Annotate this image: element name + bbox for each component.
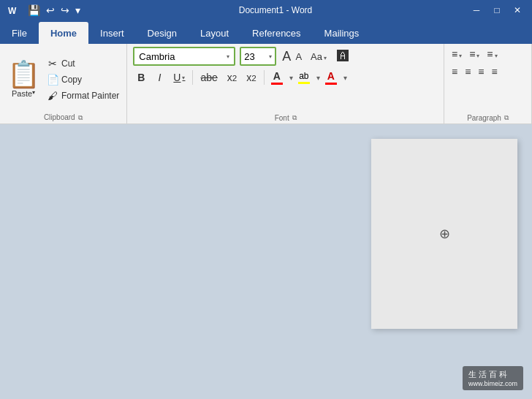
font-size-dropdown[interactable]: 23 ▾ <box>240 47 276 66</box>
underline-arrow-icon: ▾ <box>182 75 185 81</box>
cut-icon: ✂ <box>47 58 58 69</box>
font-a-icon: A <box>327 70 335 82</box>
font-divider-2 <box>264 70 265 85</box>
window-title: Document1 - Word <box>83 5 468 15</box>
font-size-value: 23 <box>244 51 254 62</box>
minimize-btn[interactable]: ─ <box>468 4 485 17</box>
superscript-icon: 2 <box>251 73 256 83</box>
font-group-label: Font ⧉ <box>127 114 444 122</box>
copy-label: Copy <box>61 75 82 85</box>
font-row2: B I U ▾ abe x2 x2 A ▾ ab ▾ <box>133 69 438 86</box>
format-painter-icon: 🖌 <box>47 90 58 102</box>
font-color-button[interactable]: A <box>268 69 286 86</box>
highlight-arrow-icon[interactable]: ▾ <box>316 74 320 82</box>
font-a-color-bar <box>325 83 337 85</box>
font-color-icon: A <box>273 70 281 82</box>
strikethrough-button[interactable]: abe <box>197 69 221 86</box>
paragraph-expand-btn[interactable]: ⧉ <box>504 114 509 122</box>
case-arrow-icon: ▾ <box>324 55 327 61</box>
font-color-bar <box>271 83 283 85</box>
paste-label: Paste <box>12 89 32 98</box>
svg-text:W: W <box>8 6 17 16</box>
paragraph-group: ≡▾ ≡▾ ≡▾ ≡ ≡ ≡ ≡ Paragraph ⧉ <box>444 44 532 123</box>
bullets-arrow: ▾ <box>459 53 462 59</box>
font-name-arrow-icon: ▾ <box>227 53 229 60</box>
document-area: ⊕ 生 活 百 科 www.bimeiz.com <box>0 124 532 381</box>
ribbon: 📋 Paste ▾ ✂ Cut 📄 Copy 🖌 Format Painter <box>0 44 532 124</box>
subscript-button[interactable]: x2 <box>224 69 240 86</box>
clear-formatting-btn[interactable]: 🅰 <box>334 48 352 64</box>
font-size-arrow-icon: ▾ <box>269 53 272 60</box>
format-painter-button[interactable]: 🖌 Format Painter <box>44 88 122 103</box>
tab-file[interactable]: File <box>0 22 39 44</box>
align-right-btn[interactable]: ≡ <box>475 64 487 79</box>
paste-arrow-icon: ▾ <box>32 89 35 96</box>
underline-button[interactable]: U ▾ <box>170 69 189 86</box>
clipboard-small-buttons: ✂ Cut 📄 Copy 🖌 Format Painter <box>44 56 122 103</box>
superscript-button[interactable]: x2 <box>243 69 259 86</box>
font-expand-btn[interactable]: ⧉ <box>292 114 297 122</box>
tab-layout[interactable]: Layout <box>189 22 240 44</box>
subscript-icon: 2 <box>232 73 237 83</box>
para-row2: ≡ ≡ ≡ ≡ <box>449 64 527 79</box>
align-center-btn[interactable]: ≡ <box>462 64 474 79</box>
highlight-icon: ab <box>299 71 308 81</box>
tab-design[interactable]: Design <box>136 22 189 44</box>
document-page: ⊕ <box>371 139 517 329</box>
font-size-controls: A A <box>281 48 303 66</box>
paste-button[interactable]: 📋 Paste ▾ <box>4 53 42 106</box>
bold-button[interactable]: B <box>133 69 149 86</box>
quick-customize-btn[interactable]: ▾ <box>72 3 83 18</box>
italic-button[interactable]: I <box>151 69 167 86</box>
ribbon-tabs: File Home Insert Design Layout Reference… <box>0 20 532 44</box>
clipboard-group-content: 📋 Paste ▾ ✂ Cut 📄 Copy 🖌 Format Painter <box>4 47 122 123</box>
multilevel-btn[interactable]: ≡▾ <box>484 47 500 61</box>
app-icon: W <box>6 4 19 17</box>
copy-button[interactable]: 📄 Copy <box>44 72 122 87</box>
clipboard-group: 📋 Paste ▾ ✂ Cut 📄 Copy 🖌 Format Painter <box>0 44 127 123</box>
close-btn[interactable]: ✕ <box>509 4 526 17</box>
paragraph-group-label: Paragraph ⧉ <box>444 114 531 122</box>
clipboard-expand-btn[interactable]: ⧉ <box>78 114 83 121</box>
move-cursor-icon: ⊕ <box>439 226 450 242</box>
numbering-arrow: ▾ <box>476 53 479 59</box>
quick-save-btn[interactable]: 💾 <box>25 3 43 18</box>
tab-home[interactable]: Home <box>39 22 88 44</box>
para-row1: ≡▾ ≡▾ ≡▾ <box>449 47 527 61</box>
window-controls: ─ □ ✕ <box>468 4 526 17</box>
watermark: 生 活 百 科 www.bimeiz.com <box>463 366 523 381</box>
paste-icon: 📋 <box>7 61 40 88</box>
tab-mailings[interactable]: Mailings <box>313 22 371 44</box>
font-color-a-button[interactable]: A <box>322 69 340 86</box>
font-color-arrow-icon[interactable]: ▾ <box>289 74 293 82</box>
maximize-btn[interactable]: □ <box>488 4 506 17</box>
font-name-dropdown[interactable]: Cambria ▾ <box>133 47 235 66</box>
align-left-btn[interactable]: ≡ <box>449 64 460 79</box>
title-bar: W 💾 ↩ ↪ ▾ Document1 - Word ─ □ ✕ <box>0 0 532 20</box>
watermark-line2: www.bimeiz.com <box>468 380 517 381</box>
bullets-btn[interactable]: ≡▾ <box>449 47 465 61</box>
cut-button[interactable]: ✂ Cut <box>44 56 122 71</box>
multilevel-arrow: ▾ <box>495 53 498 59</box>
tab-references[interactable]: References <box>240 22 312 44</box>
change-case-btn[interactable]: Aa▾ <box>308 50 330 64</box>
text-highlight-button[interactable]: ab <box>295 69 313 86</box>
font-divider-1 <box>192 70 193 85</box>
justify-btn[interactable]: ≡ <box>489 64 501 79</box>
copy-icon: 📄 <box>47 74 58 86</box>
clipboard-group-label: Clipboard ⧉ <box>0 113 126 122</box>
numbering-btn[interactable]: ≡▾ <box>466 47 482 61</box>
tab-insert[interactable]: Insert <box>88 22 136 44</box>
increase-font-btn[interactable]: A <box>281 48 292 66</box>
watermark-line1: 生 活 百 科 <box>468 369 517 380</box>
font-group: Cambria ▾ 23 ▾ A A Aa▾ 🅰 B I U ▾ <box>127 44 444 123</box>
font-name-value: Cambria <box>139 51 175 62</box>
highlight-color-bar <box>298 82 310 84</box>
font-row1: Cambria ▾ 23 ▾ A A Aa▾ 🅰 <box>133 47 438 66</box>
format-painter-label: Format Painter <box>61 91 119 101</box>
font-a-arrow-icon[interactable]: ▾ <box>343 74 347 82</box>
cut-label: Cut <box>61 58 75 69</box>
quick-undo-btn[interactable]: ↩ <box>43 3 58 18</box>
decrease-font-btn[interactable]: A <box>294 50 303 64</box>
quick-redo-btn[interactable]: ↪ <box>58 3 72 18</box>
